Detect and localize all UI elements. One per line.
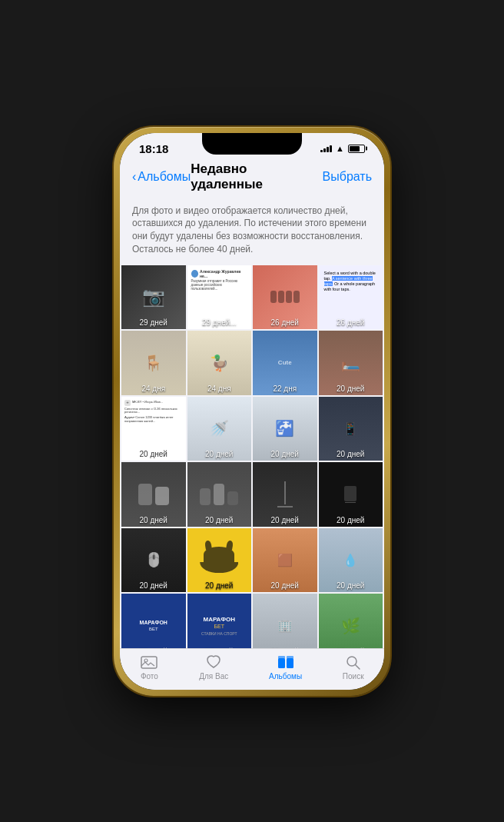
photo-cell[interactable]: 🖱️ 20 дней bbox=[121, 528, 186, 593]
photo-cell[interactable]: 20 дней bbox=[187, 462, 252, 527]
photo-cell[interactable]: 🚰 20 дней bbox=[253, 397, 317, 461]
photo-days-label: 20 дней bbox=[121, 516, 186, 524]
tab-albums[interactable]: Альбомы bbox=[269, 654, 302, 681]
photo-cell[interactable]: 20 дней bbox=[187, 528, 252, 593]
svg-rect-2 bbox=[278, 658, 285, 668]
battery-icon bbox=[348, 145, 365, 153]
photo-cell[interactable]: 💧 20 дней bbox=[319, 528, 383, 593]
photo-cell[interactable]: Select a word with a double tap. A sente… bbox=[319, 265, 383, 330]
photo-days-label: 20 дней bbox=[253, 581, 317, 590]
status-time: 18:18 bbox=[135, 142, 168, 155]
tab-search[interactable]: Поиск bbox=[343, 654, 364, 681]
signal-icon bbox=[320, 145, 332, 152]
photo-days-label: 20 дней bbox=[187, 450, 252, 458]
status-icons: ▲ bbox=[320, 144, 369, 153]
wifi-icon: ▲ bbox=[336, 144, 344, 153]
info-text-content: Для фото и видео отображается количество… bbox=[132, 205, 366, 255]
photo-days-label: 20 дней bbox=[253, 450, 317, 458]
notch bbox=[202, 133, 302, 155]
photo-days-label: 20 дней bbox=[319, 581, 383, 590]
tab-search-label: Поиск bbox=[343, 672, 364, 681]
photo-cell[interactable]: + MK.BY • Игорь Иlow... Синоптик отвечал… bbox=[121, 397, 186, 461]
photo-cell[interactable]: 🦆 24 дня bbox=[187, 331, 252, 395]
photo-days-label: 29 дней... bbox=[187, 318, 252, 327]
screen: 18:18 ▲ ‹ Альбомы Недавно удаленны bbox=[120, 133, 384, 690]
phone-inner: 18:18 ▲ ‹ Альбомы Недавно удаленны bbox=[120, 133, 384, 690]
svg-point-1 bbox=[144, 659, 148, 662]
photo-cell[interactable]: 🟫 20 дней bbox=[253, 528, 317, 593]
svg-rect-5 bbox=[287, 656, 293, 659]
select-button[interactable]: Выбрать bbox=[323, 170, 372, 184]
photo-cell[interactable]: 20 дней bbox=[253, 462, 317, 527]
photo-days-label: 22 дня bbox=[253, 384, 317, 393]
photo-days-label: 20 дней bbox=[319, 516, 383, 524]
photo-days-label: 20 дней bbox=[319, 450, 383, 458]
albums-icon bbox=[277, 654, 295, 671]
tab-foryou[interactable]: Для Вас bbox=[199, 654, 228, 681]
svg-rect-4 bbox=[278, 656, 285, 659]
back-button[interactable]: ‹ Альбомы bbox=[132, 170, 191, 184]
foryou-icon bbox=[204, 654, 223, 671]
info-text: Для фото и видео отображается количество… bbox=[120, 198, 384, 264]
photo-cell[interactable]: МАРАФОН БЕТ СТАВКИ НА СПОРТ 20 дней bbox=[187, 594, 252, 647]
photo-days-label: 20 дней bbox=[187, 516, 252, 524]
tab-bar: Фото Для Вас Альбомы bbox=[120, 648, 384, 690]
photo-days-label: 26 дней bbox=[253, 318, 317, 327]
photo-grid-container[interactable]: 📷 29 дней Александр Журавлев не... Разум… bbox=[120, 264, 384, 648]
svg-rect-0 bbox=[141, 657, 157, 668]
photo-cell[interactable]: МАРАФОН БЕТ 20 дней bbox=[121, 594, 186, 647]
tab-photos-label: Фото bbox=[141, 672, 158, 681]
photo-grid: 📷 29 дней Александр Журавлев не... Разум… bbox=[120, 264, 384, 648]
photo-days-label: 20 дней bbox=[319, 647, 383, 648]
photo-days-label: 24 дня bbox=[121, 384, 186, 393]
tab-foryou-label: Для Вас bbox=[199, 672, 228, 681]
nav-bar: ‹ Альбомы Недавно удаленные Выбрать bbox=[120, 158, 384, 198]
search-icon bbox=[344, 654, 363, 671]
photo-cell[interactable]: 20 дней bbox=[319, 462, 383, 527]
photo-days-label: 20 дней bbox=[121, 581, 186, 590]
back-label: Альбомы bbox=[138, 170, 191, 184]
tab-albums-label: Альбомы bbox=[269, 672, 302, 681]
photo-days-label: 29 дней bbox=[121, 318, 186, 327]
photo-cell[interactable]: 20 дней bbox=[121, 462, 186, 527]
photo-cell[interactable]: 🚿 20 дней bbox=[187, 397, 252, 461]
photo-days-label: 26 дней bbox=[319, 318, 383, 327]
svg-rect-3 bbox=[287, 658, 293, 668]
photo-cell[interactable]: 🪑 24 дня bbox=[121, 331, 186, 395]
photo-days-label: 20 дней bbox=[319, 384, 383, 393]
photo-cell[interactable]: Cute 22 дня bbox=[253, 331, 317, 395]
photo-days-label: 20 дней bbox=[253, 647, 317, 648]
photo-days-label: 20 дней bbox=[121, 647, 186, 648]
photo-cell[interactable]: 26 дней bbox=[253, 265, 317, 330]
page-title: Недавно удаленные bbox=[191, 161, 322, 192]
phone-frame: 18:18 ▲ ‹ Альбомы Недавно удаленны bbox=[114, 127, 390, 696]
tab-photos[interactable]: Фото bbox=[140, 654, 158, 681]
photo-days-label: 24 дня bbox=[187, 384, 252, 393]
photo-cell[interactable]: 🏢 20 дней bbox=[253, 594, 317, 647]
photo-cell[interactable]: 📱 20 дней bbox=[319, 397, 383, 461]
photo-days-label: 20 дней bbox=[121, 450, 186, 458]
photo-cell[interactable]: 🌿 20 дней bbox=[319, 594, 383, 647]
photo-cell[interactable]: Александр Журавлев не... Разумная отправ… bbox=[187, 265, 252, 330]
chevron-left-icon: ‹ bbox=[132, 170, 136, 184]
photo-days-label: 20 дней bbox=[253, 516, 317, 524]
photo-days-label: 20 дней bbox=[187, 647, 252, 648]
photo-cell[interactable]: 📷 29 дней bbox=[121, 265, 186, 330]
photo-days-label: 20 дней bbox=[187, 581, 252, 590]
svg-line-7 bbox=[355, 664, 360, 669]
photos-icon bbox=[140, 654, 158, 671]
photo-cell[interactable]: 🛏️ 20 дней bbox=[319, 331, 383, 395]
